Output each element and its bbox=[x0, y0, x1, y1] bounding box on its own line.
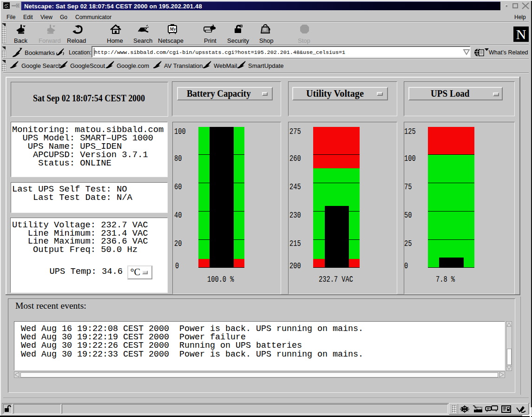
svg-text:My: My bbox=[169, 26, 176, 32]
